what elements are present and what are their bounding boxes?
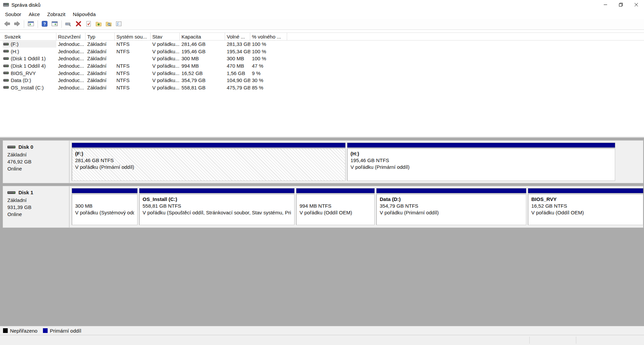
menu-item-soubor[interactable]: Soubor xyxy=(1,10,25,18)
menu-bar: SouborAkceZobrazitNápověda xyxy=(0,9,644,19)
volume-row-disk-1-odd-l-4[interactable]: (Disk 1 Oddíl 4)Jednoduc...ZákladníNTFSV… xyxy=(0,62,644,70)
mark-active-document-icon xyxy=(85,20,92,28)
partition-body: (H:)195,46 GB NTFSV pořádku (Primární od… xyxy=(347,148,615,181)
cell-free: 281,33 GB xyxy=(225,41,250,47)
volume-row-f[interactable]: (F:)Jednoduc...ZákladníNTFSV pořádku...2… xyxy=(0,41,644,48)
delete-volume-button[interactable] xyxy=(73,19,84,29)
partition-body: OS_Install (C:)558,81 GB NTFSV pořádku (… xyxy=(139,194,294,225)
partition-bios-rvy[interactable]: BIOS_RVY16,52 GB NTFSV pořádku (Oddíl OE… xyxy=(528,188,643,226)
volume-row-os-install-c[interactable]: OS_Install (C:)Jednoduc...ZákladníNTFSV … xyxy=(0,84,644,91)
back-button[interactable] xyxy=(2,19,12,29)
volume-name: Data (D:) xyxy=(11,77,31,83)
legend-item-prim-rn-odd-l: Primární oddíl xyxy=(43,328,81,334)
column-header-rozvr-en[interactable]: Rozvržení xyxy=(56,33,86,40)
disk-label-disk-0[interactable]: Disk 0Základní476,92 GBOnline xyxy=(3,141,69,183)
cell-free: 475,79 GB xyxy=(225,85,250,90)
column-header-stav[interactable]: Stav xyxy=(151,33,180,40)
partition-data-d[interactable]: Data (D:)354,79 GB NTFSV pořádku (Primár… xyxy=(376,188,526,226)
partition-size-fs: 16,52 GB NTFS xyxy=(531,203,640,209)
partitions-row: (F:)281,46 GB NTFSV pořádku (Primární od… xyxy=(72,143,643,182)
volume-icon xyxy=(3,49,9,54)
partition-os-install-c[interactable]: OS_Install (C:)558,81 GB NTFSV pořádku (… xyxy=(139,188,294,226)
folder-search-button[interactable] xyxy=(104,19,114,29)
partition-h[interactable]: (H:)195,46 GB NTFSV pořádku (Primární od… xyxy=(347,143,615,182)
cell-capacity: 281,46 GB xyxy=(180,41,225,47)
partition-status: V pořádku (Spouštěcí oddíl, Stránkovací … xyxy=(143,209,291,216)
disk-icon xyxy=(7,145,15,149)
cell-layout: Jednoduc... xyxy=(56,70,86,76)
column-header-syst-m-sou[interactable]: Systém sou... xyxy=(115,33,151,40)
disk-label-disk-1[interactable]: Disk 1Základní931,39 GBOnline xyxy=(3,186,69,227)
disk-status: Online xyxy=(7,165,69,172)
disk-size: 931,39 GB xyxy=(7,204,69,211)
show-action-pane-button[interactable] xyxy=(50,19,60,29)
cell-free: 300 MB xyxy=(225,56,250,61)
volume-row-bios-rvy[interactable]: BIOS_RVYJednoduc...ZákladníNTFSV pořádku… xyxy=(0,69,644,77)
cell-fs: NTFS xyxy=(115,49,151,54)
forward-button[interactable] xyxy=(12,19,22,29)
cell-name: (F:) xyxy=(3,41,56,48)
menu-item-zobrazit[interactable]: Zobrazit xyxy=(44,10,69,18)
column-header-svazek[interactable]: Svazek xyxy=(3,33,56,40)
partition-300-mb[interactable]: 300 MBV pořádku (Systémový odd xyxy=(72,188,138,226)
volume-row-data-d[interactable]: Data (D:)Jednoduc...ZákladníNTFSV pořádk… xyxy=(0,77,644,84)
partition-color-bar xyxy=(72,188,138,193)
mark-active-document-button[interactable] xyxy=(84,19,94,29)
disk-type: Základní xyxy=(7,151,69,158)
toolbar-separator xyxy=(24,20,24,28)
close-button[interactable] xyxy=(629,0,644,9)
disk-name: Disk 0 xyxy=(18,144,33,150)
volume-name-wrap: (F:) xyxy=(3,41,56,48)
column-header-voln-ho[interactable]: % volného ... xyxy=(250,33,287,40)
partition-title: OS_Install (C:) xyxy=(143,196,291,203)
partition-status: V pořádku (Oddíl OEM) xyxy=(300,209,371,216)
folder-up-button[interactable] xyxy=(94,19,104,29)
volume-row-disk-1-odd-l-1[interactable]: (Disk 1 Oddíl 1)Jednoduc...ZákladníV poř… xyxy=(0,55,644,62)
toolbar-separator xyxy=(61,20,62,28)
show-console-tree-button[interactable] xyxy=(26,19,36,29)
volume-name: (Disk 1 Oddíl 1) xyxy=(11,56,46,61)
partition-size-fs: 994 MB NTFS xyxy=(300,203,371,209)
cell-type: Základní xyxy=(86,49,115,54)
volume-name-wrap: OS_Install (C:) xyxy=(3,84,56,91)
partition-994-mb-ntfs[interactable]: 994 MB NTFSV pořádku (Oddíl OEM) xyxy=(296,188,375,226)
volume-row-h[interactable]: (H:)Jednoduc...ZákladníNTFSV pořádku...1… xyxy=(0,48,644,55)
column-header-typ[interactable]: Typ xyxy=(86,33,115,40)
cell-free: 104,90 GB xyxy=(225,77,250,83)
disk-device-button[interactable] xyxy=(63,19,73,29)
menu-item-akce[interactable]: Akce xyxy=(25,10,43,18)
svg-text:?: ? xyxy=(43,22,46,26)
cell-pct_free: 100 % xyxy=(250,41,287,47)
help-button[interactable]: ? xyxy=(40,19,50,29)
column-header-voln[interactable]: Volné ... xyxy=(225,33,250,40)
restore-button[interactable] xyxy=(613,0,629,9)
disk-strip-disk-0: Disk 0Základní476,92 GBOnline(F:)281,46 … xyxy=(3,140,643,183)
cell-fs: NTFS xyxy=(115,77,151,83)
cell-pct_free: 47 % xyxy=(250,63,287,69)
minimize-button[interactable] xyxy=(598,0,613,9)
volume-name: (F:) xyxy=(11,41,18,47)
back-icon xyxy=(3,20,11,28)
cell-type: Základní xyxy=(86,85,115,90)
cell-free: 470 MB xyxy=(225,63,250,69)
disk-name: Disk 1 xyxy=(18,190,33,195)
disk-icon xyxy=(7,190,15,195)
partition-size-fs: 354,79 GB NTFS xyxy=(380,203,523,209)
partition-status: V pořádku (Oddíl OEM) xyxy=(531,209,640,216)
menu-item-n-pov-da[interactable]: Nápověda xyxy=(69,10,99,18)
partition-f[interactable]: (F:)281,46 GB NTFSV pořádku (Primární od… xyxy=(72,143,345,182)
column-header-kapacita[interactable]: Kapacita xyxy=(180,33,225,40)
folder-search-icon xyxy=(105,20,112,28)
properties-list-button[interactable] xyxy=(114,19,124,29)
cell-status: V pořádku... xyxy=(151,41,180,47)
window-title: Správa disků xyxy=(11,2,41,8)
volume-name: (Disk 1 Oddíl 4) xyxy=(11,63,46,69)
cell-capacity: 195,46 GB xyxy=(180,49,225,54)
partition-title: BIOS_RVY xyxy=(531,196,640,203)
legend-bar: NepřiřazenoPrimární oddíl xyxy=(0,326,644,335)
cell-capacity: 354,79 GB xyxy=(180,77,225,83)
volume-name-wrap: BIOS_RVY xyxy=(3,70,56,76)
partition-color-bar xyxy=(139,188,294,193)
cell-status: V pořádku... xyxy=(151,56,180,61)
cell-status: V pořádku... xyxy=(151,85,180,90)
